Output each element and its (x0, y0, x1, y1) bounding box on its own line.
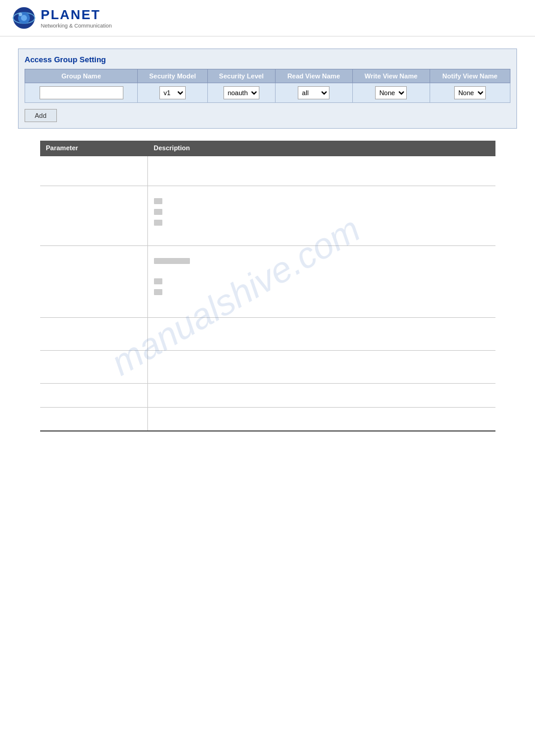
security-model-select[interactable]: v1 v2c v3 (159, 86, 186, 99)
group-name-cell (25, 83, 138, 103)
group-name-input[interactable] (40, 86, 123, 99)
ref-param-4 (40, 317, 148, 350)
ref-desc-3 (148, 245, 495, 317)
logo-subtitle-label: Networking & Communication (41, 23, 112, 29)
logo-text: PLANET Networking & Communication (41, 7, 112, 29)
ref-table-header-row: Parameter Description (40, 141, 495, 156)
ref-desc-6 (148, 383, 495, 407)
ref-param-7 (40, 407, 148, 431)
table-row: v1 v2c v3 noauth auth priv (25, 83, 510, 103)
security-level-select[interactable]: noauth auth priv (223, 86, 259, 99)
col-security-model: Security Model (138, 69, 208, 83)
security-level-cell: noauth auth priv (208, 83, 276, 103)
write-view-name-cell: None all (352, 83, 430, 103)
ref-col-desc: Description (148, 141, 495, 156)
bullet-block-4 (154, 278, 162, 284)
ref-table-row (40, 156, 495, 186)
add-button[interactable]: Add (25, 109, 57, 122)
svg-point-3 (21, 15, 27, 21)
ref-param-2 (40, 186, 148, 245)
ref-table-row (40, 407, 495, 431)
bullet-block-3 (154, 220, 162, 226)
col-read-view-name: Read View Name (275, 69, 352, 83)
read-view-name-select[interactable]: all None (298, 86, 330, 99)
planet-logo-icon (12, 6, 36, 30)
col-notify-view-name: Notify View Name (430, 69, 510, 83)
panel-title: Access Group Setting (25, 55, 510, 64)
security-model-cell: v1 v2c v3 (138, 83, 208, 103)
ref-table: Parameter Description (40, 141, 495, 432)
svg-point-4 (19, 13, 22, 16)
header: PLANET Networking & Communication (0, 0, 535, 37)
bullet-block-5 (154, 289, 162, 295)
ref-desc-4 (148, 317, 495, 350)
ref-table-container: Parameter Description (18, 141, 517, 432)
ref-desc-1 (148, 156, 495, 186)
logo-container: PLANET Networking & Communication (12, 6, 523, 30)
ref-table-row (40, 317, 495, 350)
write-view-name-select[interactable]: None all (375, 86, 407, 99)
access-group-table: Group Name Security Model Security Level… (25, 69, 510, 103)
ref-param-5 (40, 350, 148, 383)
access-group-panel: Access Group Setting Group Name Security… (18, 48, 517, 129)
ref-table-row (40, 383, 495, 407)
notify-view-name-select[interactable]: None all (454, 86, 486, 99)
col-security-level: Security Level (208, 69, 276, 83)
ref-param-1 (40, 156, 148, 186)
ref-param-6 (40, 383, 148, 407)
ref-table-row (40, 245, 495, 317)
read-view-name-cell: all None (275, 83, 352, 103)
ref-desc-2 (148, 186, 495, 245)
gray-block-wide-1 (154, 258, 190, 264)
ref-col-param: Parameter (40, 141, 148, 156)
logo-planet-label: PLANET (41, 7, 112, 23)
ref-table-row (40, 350, 495, 383)
ref-param-3 (40, 245, 148, 317)
main-content: Access Group Setting Group Name Security… (0, 37, 535, 444)
col-group-name: Group Name (25, 69, 138, 83)
bullet-block-2 (154, 209, 162, 215)
table-header-row: Group Name Security Model Security Level… (25, 69, 510, 83)
col-write-view-name: Write View Name (352, 69, 430, 83)
bullet-block-1 (154, 198, 162, 204)
ref-desc-7 (148, 407, 495, 431)
ref-table-row (40, 186, 495, 245)
notify-view-name-cell: None all (430, 83, 510, 103)
ref-desc-5 (148, 350, 495, 383)
